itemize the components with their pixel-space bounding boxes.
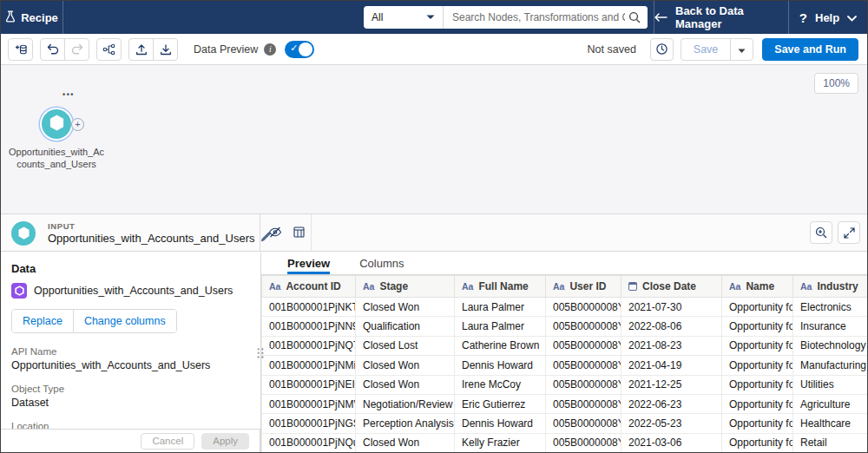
app-switcher-recipe[interactable]: Recipe bbox=[1, 1, 63, 34]
column-label: Name bbox=[746, 280, 774, 292]
text-type-icon: Aa bbox=[553, 281, 564, 292]
preview-zoom-button[interactable] bbox=[810, 221, 832, 244]
table-cell: Kelly Frazier bbox=[455, 433, 546, 452]
table-cell: Opportunity for bbox=[722, 336, 793, 355]
save-button[interactable]: Save bbox=[681, 38, 732, 61]
redo-button[interactable] bbox=[64, 38, 89, 61]
table-cell: Opportunity for bbox=[722, 394, 793, 413]
table-cell: Closed Won bbox=[356, 433, 455, 452]
zoom-level-button[interactable]: 100% bbox=[814, 73, 858, 94]
table-cell: 2021-03-06 bbox=[621, 433, 722, 452]
table-cell: 001B000001PjNGSIA bbox=[262, 414, 356, 433]
hide-preview-icon[interactable] bbox=[268, 226, 282, 241]
check-icon: ✓ bbox=[290, 43, 298, 54]
text-type-icon: Aa bbox=[269, 281, 280, 292]
table-cell: Laura Palmer bbox=[455, 317, 546, 336]
save-and-run-button[interactable]: Save and Run bbox=[762, 38, 858, 61]
column-header[interactable]: AaAccount ID bbox=[262, 276, 356, 298]
column-header[interactable]: AaFull Name bbox=[455, 276, 546, 298]
node-label: Opportunities_with_Accounts_and_Users bbox=[8, 147, 105, 170]
graph-view-button[interactable] bbox=[96, 38, 122, 61]
download-button[interactable] bbox=[153, 38, 178, 61]
table-cell: Closed Won bbox=[356, 375, 455, 394]
column-label: Stage bbox=[379, 280, 408, 292]
table-cell: 005B0000008YwL bbox=[546, 375, 621, 394]
help-menu[interactable]: ? Help bbox=[789, 1, 867, 34]
input-inspector: Data Opportunities_with_Accounts_and_Use… bbox=[1, 253, 260, 429]
save-menu-button[interactable] bbox=[730, 38, 753, 61]
table-cell: Biotechnology bbox=[793, 336, 868, 355]
table-cell: 001B000001PjNMVIA bbox=[262, 394, 356, 413]
back-to-data-manager-button[interactable]: Back to Data Manager bbox=[654, 1, 789, 34]
apply-button[interactable]: Apply bbox=[201, 433, 249, 450]
column-header[interactable]: AaIndustry bbox=[793, 276, 868, 298]
info-icon[interactable]: i bbox=[264, 43, 276, 56]
tab-columns[interactable]: Columns bbox=[359, 253, 404, 274]
table-cell: Manufacturing bbox=[793, 356, 868, 375]
table-row[interactable]: 001B000001PjNQuIAClosed WonKelly Frazier… bbox=[262, 433, 868, 452]
preview-tabs: PreviewColumns bbox=[261, 253, 867, 275]
input-node[interactable] bbox=[42, 109, 71, 139]
preview-table-wrap: AaAccount IDAaStageAaFull NameAaUser IDC… bbox=[261, 275, 867, 452]
search-icon[interactable] bbox=[628, 11, 641, 27]
expand-panel-button[interactable] bbox=[838, 221, 860, 244]
table-cell: 2022-05-23 bbox=[621, 414, 722, 433]
search-input[interactable] bbox=[444, 6, 648, 29]
search-scope-select[interactable]: All bbox=[364, 6, 444, 29]
recipe-canvas[interactable]: 100% ••• + Opportunities_with_Accounts_a… bbox=[1, 65, 867, 214]
replace-button[interactable]: Replace bbox=[12, 310, 73, 332]
table-cell: Agriculture bbox=[793, 394, 868, 413]
api-name-value: Opportunities_with_Accounts_and_Users bbox=[11, 359, 250, 371]
table-cell: 2021-07-30 bbox=[621, 298, 722, 317]
help-label: Help bbox=[815, 11, 839, 24]
table-row[interactable]: 001B000001PjNEIIA3Closed WonIrene McCoy0… bbox=[262, 375, 868, 394]
table-cell: 005B0000008YwL bbox=[546, 356, 621, 375]
table-cell: Closed Won bbox=[356, 298, 455, 317]
add-input-node-button[interactable] bbox=[8, 38, 33, 61]
object-type-value: Dataset bbox=[11, 397, 250, 409]
location-label: Location bbox=[11, 421, 250, 429]
table-cell: Eric Gutierrez bbox=[455, 394, 546, 413]
table-settings-icon[interactable] bbox=[293, 226, 305, 241]
chevron-down-icon bbox=[847, 11, 857, 24]
table-cell: 001B000001PjNQ7IA bbox=[262, 336, 356, 355]
data-section-heading: Data bbox=[11, 262, 250, 275]
column-header[interactable]: Close Date bbox=[621, 276, 722, 298]
table-cell: 001B000001PjNMiIA bbox=[262, 356, 356, 375]
change-columns-button[interactable]: Change columns bbox=[73, 310, 176, 332]
help-icon: ? bbox=[799, 10, 807, 25]
chevron-down-icon bbox=[426, 15, 435, 20]
node-overflow-menu[interactable]: ••• bbox=[55, 90, 82, 99]
dataset-icon bbox=[11, 283, 27, 299]
column-header[interactable]: AaStage bbox=[356, 276, 455, 298]
add-node-plus-button[interactable]: + bbox=[71, 118, 84, 131]
table-row[interactable]: 001B000001PjNMVIANegotiation/ReviewEric … bbox=[262, 394, 868, 413]
node-title: Opportunities_with_Accounts_and_Users bbox=[48, 232, 254, 245]
undo-button[interactable] bbox=[40, 38, 65, 61]
upload-button[interactable] bbox=[128, 38, 154, 61]
column-header[interactable]: AaUser ID bbox=[546, 276, 621, 298]
data-preview-toggle[interactable]: ✓ bbox=[285, 41, 314, 58]
back-label: Back to Data Manager bbox=[675, 4, 788, 30]
object-type-label: Object Type bbox=[11, 384, 250, 394]
table-cell: Opportunity for bbox=[722, 414, 793, 433]
table-row[interactable]: 001B000001PjNKTIAClosed WonLaura Palmer0… bbox=[262, 298, 868, 317]
node-summary: INPUT Opportunities_with_Accounts_and_Us… bbox=[1, 214, 260, 252]
table-cell: Electronics bbox=[793, 298, 868, 317]
table-row[interactable]: 001B000001PjNQ7IAClosed LostCatherine Br… bbox=[262, 336, 868, 355]
panel-resize-handle[interactable] bbox=[256, 346, 265, 358]
tab-preview[interactable]: Preview bbox=[287, 253, 330, 274]
version-history-button[interactable] bbox=[650, 38, 674, 61]
table-row[interactable]: 001B000001PjNMiIAClosed WonDennis Howard… bbox=[262, 356, 868, 375]
cancel-button[interactable]: Cancel bbox=[141, 433, 194, 450]
table-cell: Opportunity for bbox=[722, 375, 793, 394]
table-row[interactable]: 001B000001PjNN9IAQualificationLaura Palm… bbox=[262, 317, 868, 336]
column-header[interactable]: AaName bbox=[722, 276, 793, 298]
search-scope-value: All bbox=[372, 11, 383, 23]
app-label: Recipe bbox=[21, 11, 58, 24]
column-label: User ID bbox=[569, 280, 606, 292]
table-cell: 2022-08-06 bbox=[621, 317, 722, 336]
table-cell: 001B000001PjNEIIA3 bbox=[262, 375, 356, 394]
table-cell: Healthcare bbox=[793, 414, 868, 433]
table-row[interactable]: 001B000001PjNGSIAPerception AnalysisDenn… bbox=[262, 414, 868, 433]
